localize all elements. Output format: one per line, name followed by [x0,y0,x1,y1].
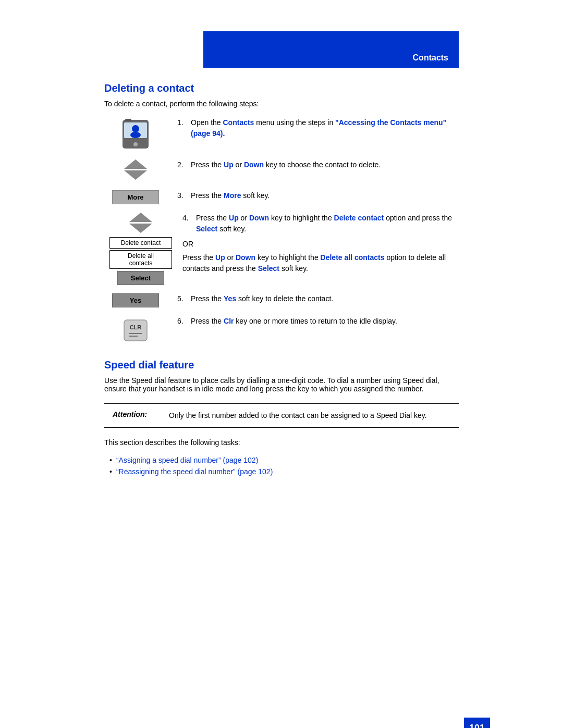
attention-label: Attention: [113,410,165,418]
step-4-select-ref2: Select [258,264,279,273]
speed-dial-link-2: “Reassigning the speed dial number” (pag… [109,467,459,476]
svg-point-2 [132,125,139,132]
assigning-link[interactable]: “Assigning a speed dial number” (page 10… [116,456,258,464]
step-4-or-up-ref: Up [215,253,225,262]
step-1-icon [104,117,167,151]
svg-point-3 [130,132,141,138]
step-4-row: Delete contact Delete all contacts Selec… [104,213,459,285]
step-1-number: 1. [177,118,188,127]
speed-dial-link-1: “Assigning a speed dial number” (page 10… [109,456,459,464]
step-4-text-col: 4. Press the Up or Down key to highlight… [182,213,459,274]
step-1-contacts-link[interactable]: Contacts [223,118,254,127]
step-3-icon: More [104,190,167,204]
svg-point-5 [133,142,138,146]
step-4-number: 4. [182,214,193,222]
svg-rect-4 [125,119,131,121]
step-3-number: 3. [177,191,188,200]
step-4-main-text: Press the Up or Down key to highlight th… [196,213,459,235]
clr-key-icon: CLR [120,316,151,344]
step-5-row: Yes 5. Press the Yes soft key to delete … [104,293,459,307]
step-5-number: 5. [177,294,188,303]
svg-text:CLR: CLR [130,324,142,330]
delete-menu-items: Delete contact Delete all contacts [109,237,172,269]
arrow-up-icon-2 [129,213,152,222]
step-5-icon: Yes [104,293,167,307]
step-2-row: 2. Press the Up or Down key to choose th… [104,159,459,182]
yes-button[interactable]: Yes [112,293,159,307]
step-4-or-down-ref: Down [236,253,255,262]
step-5-yes-ref: Yes [224,294,236,303]
main-content: Deleting a contact To delete a contact, … [83,82,480,476]
attention-box: Attention: Only the first number added t… [104,403,459,428]
step-6-clr-ref: Clr [224,317,234,325]
arrow-down-icon [124,170,147,180]
step-1-text: Open the Contacts menu using the steps i… [191,117,459,139]
step-2-icon [104,159,167,182]
section1-title: Deleting a contact [104,82,459,94]
delete-all-contacts-item: Delete all contacts [109,250,172,269]
or-separator: OR [182,240,459,248]
header-title: Contacts [413,53,448,63]
arrow-up-icon [124,159,147,169]
step-5-text: Press the Yes soft key to delete the con… [191,293,459,304]
step-4-delete-contact-ref: Delete contact [334,214,384,222]
attention-content: Only the first number added to the conta… [169,410,427,421]
step-6-text: Press the Clr key one or more times to r… [191,316,459,327]
step-3-more-ref: More [224,191,241,200]
section2-title: Speed dial feature [104,359,459,371]
step-4-nav-arrows [129,213,152,233]
contacts-icon [115,117,156,151]
svg-rect-6 [124,320,147,341]
page-container: Contacts Deleting a contact To delete a … [0,31,563,728]
select-button[interactable]: Select [117,271,164,285]
speed-dial-links-list: “Assigning a speed dial number” (page 10… [109,456,459,476]
more-button[interactable]: More [112,190,159,204]
step-6-icon: CLR [104,316,167,344]
step-2-down-key: Down [244,161,264,169]
step-4-icon-col: Delete contact Delete all contacts Selec… [104,213,177,285]
step-4-select-ref: Select [196,225,217,233]
steps-container: 1. Open the Contacts menu using the step… [104,117,459,344]
step-2-up-key: Up [224,161,234,169]
clr-key-svg: CLR [122,318,149,343]
page-number: 101 [469,723,485,729]
section2-intro: Use the Speed dial feature to place call… [104,376,459,393]
step-2-text: Press the Up or Down key to choose the c… [191,159,459,170]
step-4-or-text: Press the Up or Down key to highlight th… [182,252,459,274]
step-4-down-ref: Down [249,214,269,222]
section1-intro: To delete a contact, perform the followi… [104,100,459,108]
step-4-delete-all-ref: Delete all contacts [321,253,385,262]
delete-contact-item: Delete contact [109,237,172,249]
step-6-number: 6. [177,317,188,325]
section2-subsection-intro: This section describes the following tas… [104,438,459,447]
arrow-down-icon-2 [129,224,152,233]
step-2-number: 2. [177,161,188,169]
step-4-up-ref: Up [229,214,239,222]
page-number-box: 101 [464,718,490,728]
step-6-row: CLR 6. Press the Clr key one or more tim… [104,316,459,344]
step-3-row: More 3. Press the More soft key. [104,190,459,204]
step-1-row: 1. Open the Contacts menu using the step… [104,117,459,151]
reassigning-link[interactable]: “Reassigning the speed dial number” (pag… [116,467,273,476]
step-3-text: Press the More soft key. [191,190,459,201]
header-bar: Contacts [203,31,459,68]
nav-arrows-up-down [124,159,147,180]
